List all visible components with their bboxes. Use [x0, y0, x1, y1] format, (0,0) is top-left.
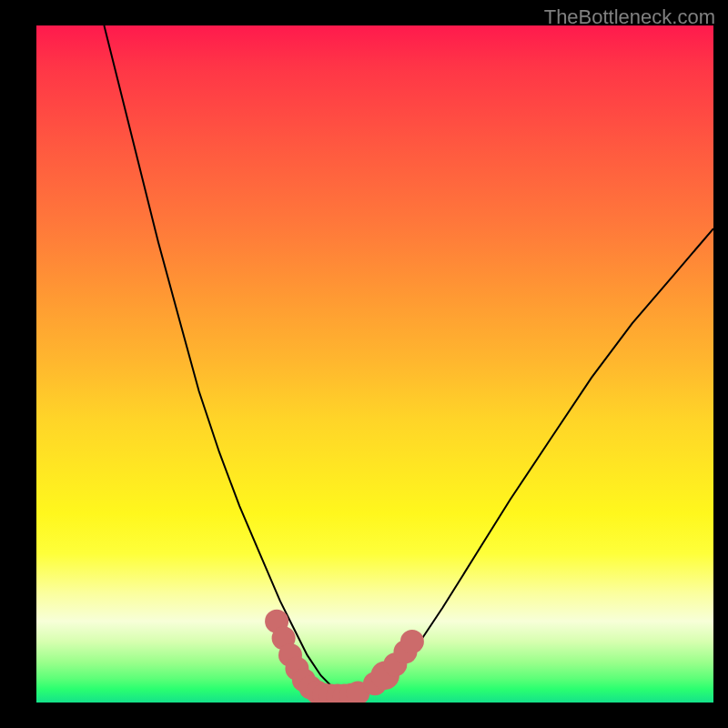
curve-markers [265, 610, 424, 703]
bottleneck-curve-svg [36, 25, 713, 703]
watermark-text: TheBottleneck.com [544, 5, 715, 29]
chart-plot-area [36, 25, 713, 703]
bottleneck-curve-path [104, 25, 713, 696]
curve-marker [400, 630, 424, 653]
